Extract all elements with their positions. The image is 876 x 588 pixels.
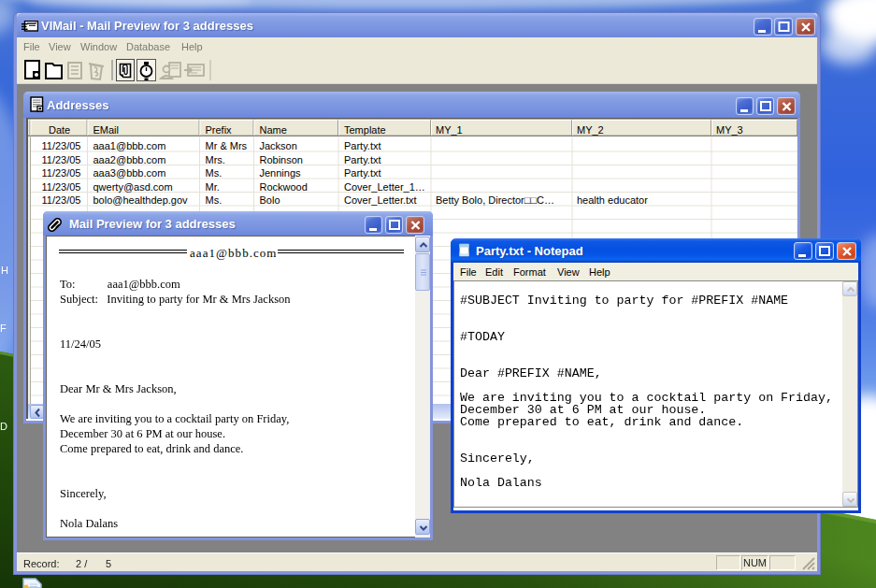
svg-text:Party.txt: Party.txt	[344, 167, 381, 179]
svg-text:Party.txt: Party.txt	[344, 140, 381, 151]
svg-text:Robinson: Robinson	[260, 154, 303, 165]
svg-text:aaa3@bbb.com: aaa3@bbb.com	[93, 167, 166, 179]
svg-text:Ms.: Ms.	[206, 167, 223, 179]
svg-text:MY_1: MY_1	[436, 124, 463, 136]
svg-text:Mr.: Mr.	[206, 181, 220, 193]
svg-text:Betty Bolo, Director□□C…: Betty Bolo, Director□□C…	[436, 194, 554, 206]
svg-text:Party.txt: Party.txt	[344, 154, 381, 165]
svg-text:11/23/05: 11/23/05	[41, 167, 80, 179]
svg-text:aaa2@bbb.com: aaa2@bbb.com	[93, 154, 166, 165]
svg-text:Mrs.: Mrs.	[206, 154, 225, 165]
svg-text:Cover_Letter.txt: Cover_Letter.txt	[344, 194, 417, 206]
svg-text:Ms.: Ms.	[206, 194, 223, 206]
svg-text:bolo@healthdep.gov: bolo@healthdep.gov	[93, 194, 189, 206]
svg-text:Template: Template	[344, 124, 386, 136]
svg-text:Jackson: Jackson	[260, 140, 297, 151]
svg-text:11/23/05: 11/23/05	[41, 140, 80, 151]
svg-text:aaa1@bbb.com: aaa1@bbb.com	[93, 140, 166, 151]
svg-text:11/23/05: 11/23/05	[41, 181, 80, 193]
svg-text:Name: Name	[260, 124, 287, 136]
svg-text:qwerty@asd.com: qwerty@asd.com	[93, 181, 173, 193]
svg-text:Prefix: Prefix	[206, 124, 233, 136]
svg-text:MY_3: MY_3	[716, 124, 743, 136]
svg-text:Mr & Mrs: Mr & Mrs	[206, 140, 248, 151]
svg-text:health educator: health educator	[577, 194, 648, 206]
svg-text:Rockwood: Rockwood	[260, 181, 308, 193]
svg-text:Cover_Letter_1…: Cover_Letter_1…	[344, 181, 425, 193]
svg-text:EMail: EMail	[93, 124, 120, 136]
svg-text:11/23/05: 11/23/05	[41, 154, 80, 165]
svg-text:Jennings: Jennings	[260, 167, 302, 179]
svg-text:MY_2: MY_2	[577, 124, 604, 136]
svg-text:11/23/05: 11/23/05	[41, 194, 80, 206]
svg-text:Bolo: Bolo	[260, 194, 280, 206]
svg-text:Date: Date	[49, 124, 70, 136]
